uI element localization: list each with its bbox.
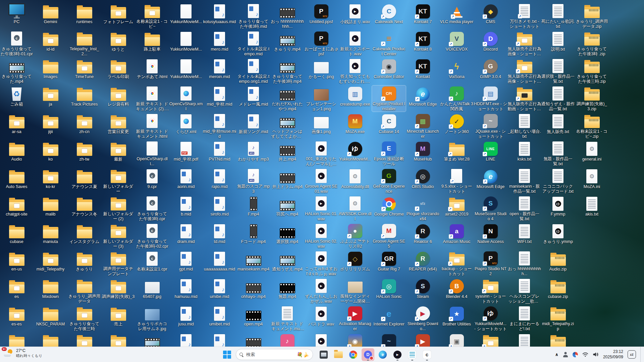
taskbar-app-cubase[interactable]: c [421, 348, 433, 361]
desktop-icon[interactable]: TimeTune [67, 58, 101, 84]
desktop-icon[interactable]: ↗Google Chrome [372, 195, 406, 222]
tray-person-icon[interactable] [563, 352, 568, 357]
desktop-icon[interactable]: Images [34, 58, 67, 84]
desktop-icon[interactable]: KT↗Kontakt 7 [406, 3, 440, 29]
desktop-icon[interactable]: ♻ごみ箱 [0, 85, 34, 112]
desktop-icon[interactable]: ▶↗Steinberg Downlo... [406, 305, 440, 331]
desktop-icon[interactable]: Audio.zip [541, 250, 575, 277]
desktop-icon[interactable]: ◉↗ [338, 333, 372, 347]
desktop-icon[interactable]: 羽尻へ.mp4 [270, 195, 304, 222]
tray-color-app-icon[interactable] [573, 352, 578, 357]
desktop-icon[interactable]: ◉↗Controller Editor [372, 58, 406, 84]
desktop-icon[interactable]: ヘッドフォンはずしててよかっt.mp4 [270, 113, 304, 139]
desktop-icon[interactable]: ゆきゅうり.ymmp [541, 223, 575, 249]
desktop-icon[interactable]: ♪b.mid [169, 195, 203, 222]
taskbar-app-notepad[interactable] [406, 348, 419, 361]
desktop-icon[interactable]: jijii [34, 113, 67, 139]
desktop-icon[interactable]: akis.txt [575, 195, 609, 222]
desktop-icon[interactable]: ♪タイトル未設定.tempo.orig1.mid [236, 58, 270, 84]
desktop-icon[interactable]: E↗Epson 接続診断ツール [372, 140, 406, 167]
volume-icon[interactable] [593, 352, 599, 357]
desktop-icon[interactable]: ♪mid_学校muse.mid [203, 113, 236, 139]
desktop-icon[interactable]: ja [34, 85, 67, 112]
desktop-icon[interactable]: e↗Internet Explorer [372, 305, 406, 331]
desktop-icon[interactable]: B↗Blender 4.4 [440, 278, 474, 304]
desktop-icon[interactable]: ♪MP3無題のスコア.mp3 [236, 168, 270, 194]
desktop-icon[interactable]: Mixdown [34, 278, 67, 304]
desktop-icon[interactable]: es-es [0, 305, 34, 331]
desktop-icon[interactable]: cubase.zip [541, 278, 575, 304]
desktop-icon[interactable]: ▣↗ [440, 333, 474, 347]
desktop-icon[interactable]: きゅうり.mp4 [270, 31, 304, 57]
desktop-icon[interactable]: 孤独なインディーゲーム開発者の一生 ... [338, 278, 372, 304]
desktop-icon[interactable]: ♪meroin.mid [203, 58, 236, 84]
taskbar-app-file-explorer[interactable] [332, 348, 345, 361]
desktop-icon[interactable]: ♪ [169, 333, 203, 347]
desktop-icon[interactable]: OpenCvSharp.xml [169, 85, 203, 112]
desktop-icon[interactable] [101, 333, 135, 347]
desktop-icon[interactable]: きゅうり食ってた午後3時.mp4 [270, 58, 304, 84]
desktop-icon[interactable]: ◎↗OBS Studio [406, 168, 440, 194]
desktop-icon[interactable] [541, 333, 575, 347]
desktop-icon[interactable]: おっ hhhhhhhhhhhhh... [270, 3, 304, 29]
desktop-icon[interactable]: 通知うぜえ.mp4 [270, 250, 304, 277]
tray-clock[interactable]: 23:12 2025/09/09 [603, 349, 623, 360]
desktop-icon[interactable]: ↗VLC media player [440, 3, 474, 29]
desktop-icon[interactable]: c名称未設定1.cpr [135, 250, 169, 277]
desktop-icon[interactable]: ▶HALion Sonic 02.wav [304, 223, 338, 249]
desktop-icon[interactable]: アナウンス冬 [67, 195, 101, 222]
desktop-icon[interactable]: runtimes [67, 3, 101, 29]
desktop-icon[interactable]: ↗ [474, 333, 507, 347]
desktop-icon[interactable] [236, 333, 270, 347]
desktop-icon[interactable]: きゅうり [67, 250, 101, 277]
desktop-icon[interactable]: ♪dram.mid [169, 223, 203, 249]
taskbar-app-discord[interactable]: D [362, 348, 374, 361]
desktop-icon[interactable]: ↗syasinn - ショートカット [474, 278, 507, 304]
desktop-icon[interactable]: 新しいフォルダー [101, 168, 135, 194]
desktop-icon[interactable]: ▩↗Minecraft Launcher [406, 113, 440, 139]
desktop-icon[interactable]: きゅうり_調声用データ [67, 278, 101, 304]
desktop-icon[interactable]: ♪新規ソング.mid [236, 113, 270, 139]
desktop-icon[interactable]: R↗REAPER (x64) [406, 250, 440, 277]
desktop-icon[interactable]: ↗筆まめ Ver.28 [440, 140, 474, 167]
desktop-icon[interactable] [34, 333, 67, 347]
desktop-icon[interactable]: S↗MuseScore Studio 4 [474, 195, 507, 222]
desktop-icon[interactable]: レジ袋有料 [101, 85, 135, 112]
desktop-icon[interactable]: ヘルスコンプレッション__歌詞.txt [507, 278, 541, 304]
desktop-icon[interactable]: PNT2おーばーまにあ.ppsf [304, 31, 338, 57]
taskbar-app-media-player[interactable]: ▶ [391, 348, 404, 361]
desktop-icon[interactable]: M↗Groove Agent SE 5 [372, 223, 406, 249]
desktop-icon[interactable]: ♪↗かんたん!AITalk 3 関西風 [440, 85, 474, 112]
desktop-icon[interactable]: ⚙Accessibility.dll [338, 168, 372, 194]
desktop-icon[interactable]: まにまにわーるど!.txt [507, 305, 541, 331]
desktop-icon[interactable]: WIFI.txt [507, 223, 541, 249]
desktop-icon[interactable]: ▤↗HDDFMT.exe - ショートカット [474, 85, 507, 112]
desktop-icon[interactable]: ♪MP3わかりやす.mp3 [236, 140, 270, 167]
desktop-icon[interactable]: MMoZA.exe [338, 113, 372, 139]
desktop-icon[interactable]: ▶↗ [406, 333, 440, 347]
desktop-icon[interactable]: ▶答え知っててもむずいわこれ.wav [338, 58, 372, 84]
desktop-icon[interactable]: ♪umibe.mid [203, 278, 236, 304]
show-desktop-button[interactable] [640, 347, 642, 362]
desktop-icon[interactable]: きゅうり食ってた午後3時 .zip [575, 31, 609, 57]
desktop-icon[interactable]: c9.cpr [135, 168, 169, 194]
desktop-icon[interactable]: ♪umibet.mid [203, 305, 236, 331]
desktop-icon[interactable]: 最新 [101, 140, 135, 167]
desktop-icon[interactable]: G↗GeForce Experience [372, 168, 406, 194]
desktop-icon[interactable]: ♪gpt.mid [169, 250, 203, 277]
desktop-icon[interactable]: cきゅうり食ってた午後3時.cpr [135, 195, 169, 222]
desktop-icon[interactable]: KT↗Kontakt [406, 58, 440, 84]
desktop-icon[interactable]: ●↗ぷよぷよ™テトリス®2 [338, 223, 372, 249]
desktop-icon[interactable]: midi_Telepathy.zip [541, 305, 575, 331]
desktop-icon[interactable]: ◆↗CMS [474, 3, 507, 29]
desktop-icon[interactable]: ゆ↗YukkuriMovieM... [338, 140, 372, 167]
desktop-icon[interactable]: ♪ [203, 333, 236, 347]
desktop-icon[interactable]: 画像1.png [304, 113, 338, 139]
desktop-icon[interactable]: Telepathy_Inst_2... [67, 31, 101, 57]
desktop-icon[interactable]: midi_Telepathy [34, 250, 67, 277]
desktop-icon[interactable]: zh-tw [67, 140, 101, 167]
desktop-icon[interactable]: おっ hhhhhhhhhhh... [507, 250, 541, 277]
desktop-icon[interactable]: C↗Cakewalk Next [372, 3, 406, 29]
desktop-icon[interactable]: ▶こってゅh d すお f d s b ふぉ.wav [304, 250, 338, 277]
desktop-icon[interactable]: ksks.txt [507, 140, 541, 167]
